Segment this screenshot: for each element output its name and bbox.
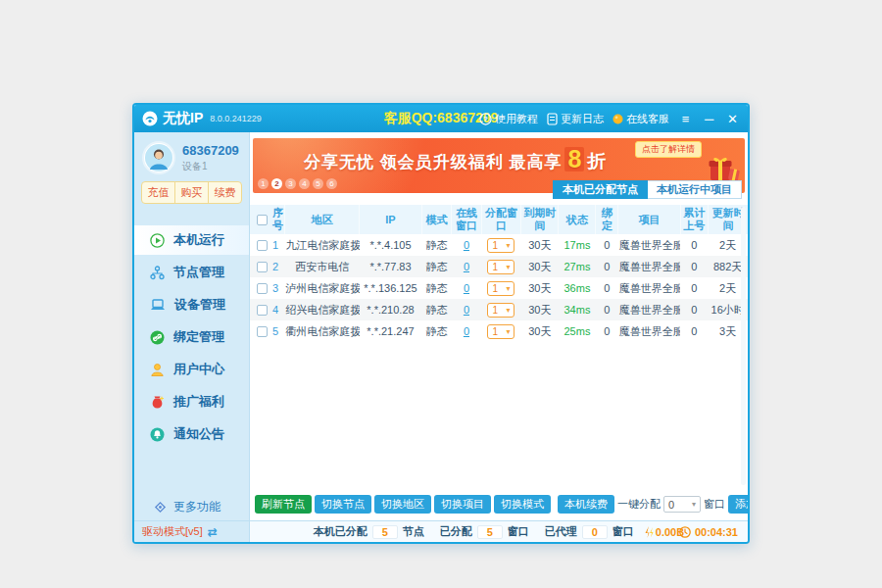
online-window-link[interactable]: 0	[464, 239, 469, 251]
assign-window-dropdown[interactable]: 1▾	[487, 238, 514, 253]
online-window-link[interactable]: 0	[464, 282, 469, 294]
row-total-logins: 0	[680, 277, 708, 299]
driver-mode-area: 驱动模式[v5] ⇄	[134, 521, 250, 542]
row-checkbox[interactable]	[257, 283, 268, 294]
main-content: 分享无忧 领会员升级福利 最高享 8 折 点击了解详情 1 2 3 4 5 6	[250, 132, 748, 520]
uptime: 00:04:31	[679, 526, 738, 538]
row-num: 5	[272, 325, 278, 337]
swap-icon[interactable]: ⇄	[208, 525, 218, 539]
allocated-label: 已分配	[440, 524, 472, 539]
row-latency: 17ms	[564, 239, 590, 251]
window-menu-icon[interactable]: ≡	[678, 113, 693, 125]
content-tabs: 本机已分配节点 本机运行中项目	[553, 180, 742, 199]
assign-window-dropdown[interactable]: 1▾	[487, 303, 514, 318]
banner-dot[interactable]: 1	[258, 178, 269, 189]
add-node-button[interactable]: 添加节点	[728, 495, 750, 514]
banner-cta-button[interactable]: 点击了解详情	[635, 141, 702, 158]
tutorial-button[interactable]: ? 使用教程	[479, 112, 538, 126]
table-row: 3 泸州电信家庭拨号 *.*.136.125 静态 0 1▾ 30天 36ms …	[250, 277, 748, 299]
refresh-nodes-button[interactable]: 刷新节点	[255, 495, 312, 514]
switch-project-button[interactable]: 切换项目	[434, 495, 491, 514]
assign-window-dropdown[interactable]: 1▾	[487, 260, 514, 274]
assign-window-dropdown[interactable]: 1▾	[487, 281, 514, 296]
bind-link-icon	[150, 330, 165, 345]
row-num: 3	[272, 282, 278, 294]
one-key-assign-select[interactable]: 0 ▾	[663, 496, 701, 513]
recharge-button[interactable]: 充值	[142, 182, 174, 203]
assigned-label: 本机已分配	[314, 524, 368, 539]
col-header-total-logins: 累计上号	[680, 205, 708, 234]
sidebar-item-node-management[interactable]: 节点管理	[134, 258, 249, 287]
row-latency: 27ms	[564, 261, 590, 272]
row-checkbox[interactable]	[257, 240, 268, 251]
traffic-lightning-icon	[645, 526, 654, 538]
online-status-dot-icon	[612, 114, 623, 124]
online-window-link[interactable]: 0	[464, 304, 469, 316]
row-mode: 静态	[421, 320, 451, 342]
select-all-checkbox[interactable]	[257, 215, 268, 225]
row-latency: 36ms	[564, 282, 590, 294]
assign-window-dropdown[interactable]: 1▾	[487, 324, 514, 339]
app-logo-icon	[142, 111, 158, 126]
banner-dot-active[interactable]: 2	[271, 178, 282, 189]
svg-text:?: ?	[483, 115, 488, 123]
promo-banner[interactable]: 分享无忧 领会员升级福利 最高享 8 折 点击了解详情 1 2 3 4 5 6	[253, 138, 745, 193]
sidebar-item-local-run[interactable]: 本机运行	[134, 225, 249, 255]
sidebar-item-announcements[interactable]: 通知公告	[134, 419, 249, 449]
tab-running-projects[interactable]: 本机运行中项目	[648, 180, 742, 199]
row-checkbox[interactable]	[257, 326, 268, 337]
chevron-down-icon: ▾	[506, 327, 510, 336]
chevron-down-icon: ▾	[506, 241, 510, 250]
table-row: 4 绍兴电信家庭拨号 *.*.210.28 静态 0 1▾ 30天 34ms 0…	[250, 299, 748, 320]
scrollbar-track[interactable]	[741, 207, 746, 485]
banner-dot[interactable]: 6	[326, 178, 337, 189]
online-window-link[interactable]: 0	[464, 325, 469, 337]
sidebar-item-user-center[interactable]: 用户中心	[134, 355, 249, 384]
tab-assigned-nodes[interactable]: 本机已分配节点	[553, 180, 648, 199]
row-project: 魔兽世界全服	[618, 277, 681, 299]
status-stats: 本机已分配 5 节点 已分配 5 窗口 已代理 0 窗口 0.00B 00:04…	[250, 521, 748, 542]
sidebar-item-label: 设备管理	[174, 296, 225, 314]
row-region: 西安市电信	[285, 256, 360, 277]
switch-node-button[interactable]: 切换节点	[315, 495, 371, 514]
bottom-toolbar: 刷新节点 切换节点 切换地区 切换项目 切换模式 本机续费 一键分配 0 ▾ 窗…	[250, 495, 748, 520]
row-mode: 静态	[421, 256, 451, 277]
laptop-icon	[150, 298, 166, 312]
banner-dot[interactable]: 4	[299, 178, 310, 189]
minimize-icon[interactable]: ─	[702, 113, 716, 125]
diamond-icon	[154, 501, 167, 514]
switch-mode-button[interactable]: 切换模式	[494, 495, 551, 514]
sidebar-item-promotion[interactable]: 推广福利	[134, 387, 249, 416]
user-card: 68367209 设备1	[134, 132, 249, 177]
col-header-bind: 绑定	[596, 205, 618, 234]
row-ip: *.*.77.83	[360, 256, 422, 277]
money-bag-icon	[150, 395, 165, 410]
online-window-link[interactable]: 0	[464, 261, 469, 272]
changelog-button[interactable]: 更新日志	[547, 112, 604, 126]
renew-machine-button[interactable]: 本机续费	[558, 495, 614, 514]
more-functions-button[interactable]: 更多功能	[134, 493, 249, 520]
row-bind: 0	[596, 256, 618, 277]
sidebar-item-device-management[interactable]: 设备管理	[134, 290, 249, 319]
buy-button[interactable]: 购买	[174, 182, 208, 203]
proxied-unit: 窗口	[612, 524, 634, 539]
row-mode: 静态	[421, 234, 451, 256]
switch-region-button[interactable]: 切换地区	[374, 495, 431, 514]
renew-button[interactable]: 续费	[208, 182, 241, 203]
row-expire: 30天	[521, 320, 559, 342]
col-header-ip: IP	[360, 205, 422, 234]
banner-dot[interactable]: 5	[313, 178, 323, 189]
col-header-online-window: 在线窗口	[452, 205, 481, 234]
device-name: 设备1	[182, 160, 239, 173]
row-checkbox[interactable]	[257, 305, 268, 316]
col-header-expire: 到期时间	[521, 205, 559, 234]
col-header-mode: 模式	[421, 205, 451, 234]
banner-dot[interactable]: 3	[285, 178, 296, 189]
row-checkbox[interactable]	[257, 262, 268, 272]
avatar[interactable]	[142, 141, 175, 174]
sidebar-item-bind-management[interactable]: 绑定管理	[134, 322, 249, 352]
uptime-value: 00:04:31	[695, 526, 738, 538]
close-icon[interactable]: ✕	[725, 113, 740, 125]
online-service-button[interactable]: 在线客服	[612, 112, 669, 126]
row-ip: *.*.21.247	[360, 320, 422, 342]
